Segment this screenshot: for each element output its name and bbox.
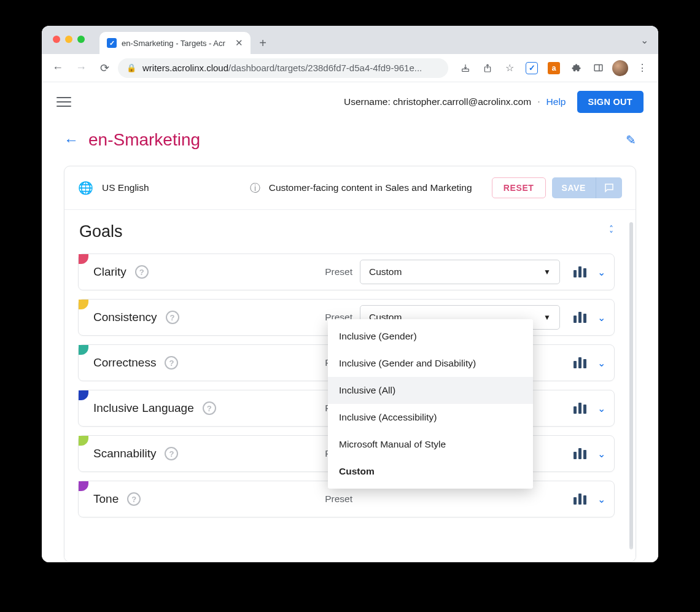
preset-option[interactable]: Inclusive (Gender and Disability) <box>328 350 533 377</box>
browser-tab-bar: ✓ en-Smarketing - Targets - Acr ✕ + ⌄ <box>42 26 658 54</box>
chevron-down-icon[interactable]: ⌄ <box>597 403 605 414</box>
nav-reload-button[interactable]: ⟳ <box>95 58 114 78</box>
page-title-bar: ← en-Smarketing ✎ <box>42 122 658 158</box>
goal-name: Scannability <box>93 447 156 460</box>
goal-help-icon[interactable]: ? <box>166 311 179 324</box>
install-app-icon[interactable] <box>456 58 475 78</box>
preset-label: Preset <box>325 266 352 277</box>
target-card: 🌐 US English ⓘ Customer-facing content i… <box>64 166 636 562</box>
help-link[interactable]: Help <box>546 96 566 107</box>
extension-orange-icon[interactable]: a <box>544 58 564 78</box>
preset-option[interactable]: Custom <box>328 458 533 485</box>
save-button-group: SAVE <box>552 177 623 198</box>
sign-out-button[interactable]: SIGN OUT <box>577 91 644 113</box>
goal-help-icon[interactable]: ? <box>203 401 216 415</box>
reset-button[interactable]: RESET <box>492 177 546 198</box>
bar-chart-icon[interactable] <box>574 403 586 414</box>
goal-help-icon[interactable]: ? <box>165 356 178 370</box>
tabs-dropdown-icon[interactable]: ⌄ <box>640 34 648 46</box>
bar-chart-icon[interactable] <box>574 357 586 368</box>
close-window-button[interactable] <box>53 36 60 43</box>
target-header: 🌐 US English ⓘ Customer-facing content i… <box>64 166 636 210</box>
separator-dot: · <box>537 96 540 107</box>
share-icon[interactable] <box>478 58 497 78</box>
globe-icon: 🌐 <box>78 180 93 195</box>
menu-hamburger-icon[interactable] <box>56 94 71 110</box>
goal-color-swatch <box>79 254 88 264</box>
goal-name: Correctness <box>93 356 156 370</box>
bar-chart-icon[interactable] <box>574 494 586 505</box>
bookmark-star-icon[interactable]: ☆ <box>500 58 519 78</box>
preset-dropdown-menu: Inclusive (Gender)Inclusive (Gender and … <box>328 319 533 489</box>
lock-icon: 🔒 <box>126 63 136 72</box>
goal-color-swatch <box>79 481 88 491</box>
svg-rect-0 <box>462 69 469 71</box>
chevron-down-icon[interactable]: ⌄ <box>597 266 605 278</box>
app-topbar: Username: christopher.carroll@acrolinx.c… <box>42 82 658 122</box>
language-label: US English <box>102 182 149 193</box>
tab-favicon: ✓ <box>107 38 117 48</box>
bar-chart-icon[interactable] <box>574 448 586 459</box>
chevron-down-icon[interactable]: ⌄ <box>597 494 605 505</box>
preset-option[interactable]: Inclusive (Gender) <box>328 323 533 350</box>
minimize-window-button[interactable] <box>65 36 72 43</box>
goal-name: Tone <box>93 492 119 506</box>
username-label: Username: christopher.carroll@acrolinx.c… <box>344 96 531 107</box>
goal-help-icon[interactable]: ? <box>127 492 141 506</box>
browser-toolbar: ← → ⟳ 🔒 writers.acrolinx.cloud/dashboard… <box>42 54 658 82</box>
preset-option[interactable]: Inclusive (All) <box>328 377 533 404</box>
goals-heading: Goals <box>79 222 123 241</box>
svg-rect-2 <box>594 65 602 71</box>
chevron-down-icon[interactable]: ⌄ <box>597 448 605 460</box>
tab-title: en-Smarketing - Targets - Acr <box>122 39 230 48</box>
goal-help-icon[interactable]: ? <box>135 265 149 279</box>
expand-collapse-toggle[interactable]: ˄˅ <box>609 227 613 238</box>
nav-back-button[interactable]: ← <box>48 58 68 78</box>
chevron-down-icon[interactable]: ⌄ <box>597 312 605 323</box>
goal-row-clarity: Clarity ? Preset Custom▼ ⌄ <box>78 254 615 290</box>
preset-option[interactable]: Inclusive (Accessibility) <box>328 404 533 431</box>
goal-color-swatch <box>79 300 88 309</box>
goal-help-icon[interactable]: ? <box>165 447 178 460</box>
new-tab-button[interactable]: + <box>254 34 271 52</box>
browser-tab[interactable]: ✓ en-Smarketing - Targets - Acr ✕ <box>99 32 251 54</box>
browser-window: ✓ en-Smarketing - Targets - Acr ✕ + ⌄ ← … <box>42 26 658 562</box>
profile-avatar[interactable] <box>610 58 630 78</box>
toolbar-right: ☆ ✓ a ⋮ <box>456 58 652 78</box>
goal-name: Inclusive Language <box>93 401 194 415</box>
goal-color-swatch <box>79 390 88 400</box>
back-arrow-icon[interactable]: ← <box>64 131 79 149</box>
preset-label: Preset <box>325 494 352 505</box>
goal-name: Consistency <box>93 311 157 324</box>
preset-select[interactable]: Custom▼ <box>360 260 560 284</box>
goal-color-swatch <box>79 436 88 446</box>
target-description: Customer-facing content in Sales and Mar… <box>269 182 472 193</box>
browser-menu-icon[interactable]: ⋮ <box>632 58 652 78</box>
tab-close-icon[interactable]: ✕ <box>235 37 243 48</box>
goal-color-swatch <box>79 345 88 355</box>
edit-pencil-icon[interactable]: ✎ <box>626 133 636 147</box>
maximize-window-button[interactable] <box>77 36 85 43</box>
save-button[interactable]: SAVE <box>552 177 596 198</box>
address-bar[interactable]: 🔒 writers.acrolinx.cloud/dashboard/targe… <box>118 58 448 78</box>
app-viewport: Username: christopher.carroll@acrolinx.c… <box>42 82 658 562</box>
preset-option[interactable]: Microsoft Manual of Style <box>328 431 533 458</box>
goal-name: Clarity <box>93 265 126 279</box>
chevron-down-icon[interactable]: ⌄ <box>597 357 605 369</box>
goals-section: Goals ˄˅ Clarity ? Preset Custom▼ ⌄ Cons… <box>64 210 636 562</box>
page-title: en-Smarketing <box>88 130 200 150</box>
extensions-puzzle-icon[interactable] <box>566 58 586 78</box>
bar-chart-icon[interactable] <box>574 266 586 277</box>
save-comment-button[interactable] <box>596 177 622 198</box>
info-icon[interactable]: ⓘ <box>250 181 260 195</box>
bar-chart-icon[interactable] <box>574 312 586 323</box>
panel-side-icon[interactable] <box>588 58 608 78</box>
url-text: writers.acrolinx.cloud/dashboard/targets… <box>142 63 422 73</box>
window-controls <box>53 36 85 43</box>
extension-acrolinx-icon[interactable]: ✓ <box>522 58 542 78</box>
scrollbar[interactable] <box>629 222 633 549</box>
nav-forward-button[interactable]: → <box>71 58 91 78</box>
